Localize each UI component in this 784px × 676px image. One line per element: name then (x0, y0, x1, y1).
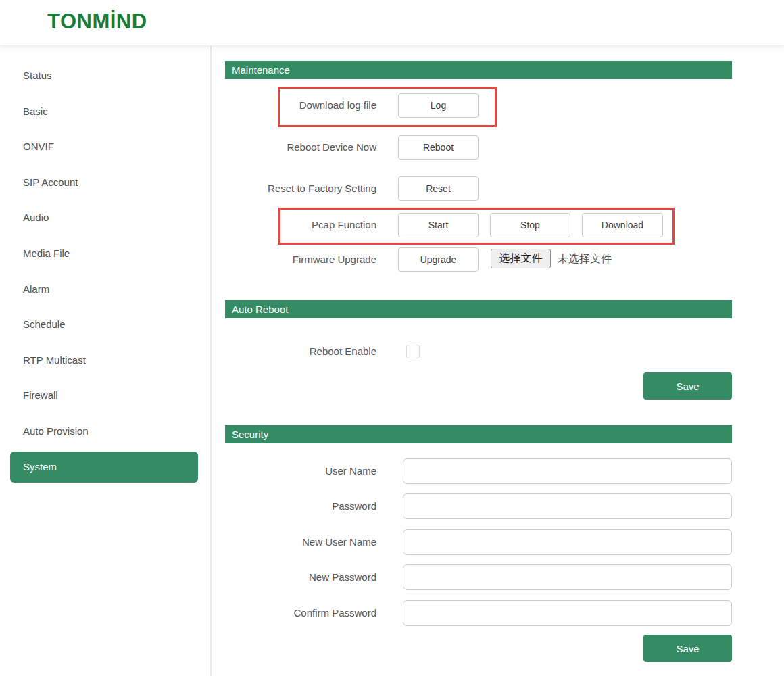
pcap-function-label: Pcap Function (225, 213, 376, 237)
password-input[interactable] (403, 493, 732, 519)
sidebar-item-schedule[interactable]: Schedule (0, 307, 210, 343)
upgrade-button[interactable]: Upgrade (398, 247, 479, 272)
section-header-security: Security (225, 425, 732, 443)
new-password-input[interactable] (403, 564, 732, 590)
pcap-start-button[interactable]: Start (398, 213, 479, 237)
reboot-device-now-label: Reboot Device Now (225, 135, 376, 160)
sidebar-item-audio[interactable]: Audio (0, 200, 210, 236)
sidebar-item-onvif[interactable]: ONVIF (0, 129, 210, 165)
confirm-password-input[interactable] (403, 600, 732, 626)
pcap-download-button[interactable]: Download (582, 213, 663, 237)
firmware-upgrade-label: Firmware Upgrade (225, 247, 376, 272)
pcap-stop-button[interactable]: Stop (490, 213, 570, 237)
auto-reboot-save-button[interactable]: Save (643, 372, 732, 400)
sidebar-item-auto-provision[interactable]: Auto Provision (0, 414, 210, 450)
file-status-text: 未选择文件 (558, 249, 612, 268)
sidebar-item-firewall[interactable]: Firewall (0, 378, 210, 414)
main-content: Maintenance Download log file Log Reboot… (225, 0, 732, 676)
download-log-file-label: Download log file (225, 93, 376, 118)
reboot-enable-checkbox[interactable] (406, 345, 420, 358)
reset-button[interactable]: Reset (398, 176, 479, 201)
sidebar-item-status[interactable]: Status (0, 58, 210, 94)
reboot-button[interactable]: Reboot (398, 135, 479, 160)
sidebar-item-media-file[interactable]: Media File (0, 236, 210, 272)
sidebar-item-sip-account[interactable]: SIP Account (0, 165, 210, 201)
new-user-name-label: New User Name (225, 529, 376, 555)
sidebar-item-alarm[interactable]: Alarm (0, 272, 210, 308)
section-header-maintenance: Maintenance (225, 61, 732, 79)
password-label: Password (225, 493, 376, 519)
sidebar-item-system[interactable]: System (10, 452, 198, 483)
new-user-name-input[interactable] (403, 529, 732, 555)
reset-to-factory-label: Reset to Factory Setting (225, 176, 376, 201)
security-save-button[interactable]: Save (643, 635, 732, 662)
sidebar-item-basic[interactable]: Basic (0, 94, 210, 130)
confirm-password-label: Confirm Password (225, 600, 376, 626)
sidebar-item-rtp-multicast[interactable]: RTP Multicast (0, 343, 210, 379)
log-button[interactable]: Log (398, 93, 479, 118)
brand-logo: TONMİND (47, 9, 147, 34)
section-header-auto-reboot: Auto Reboot (225, 300, 732, 318)
user-name-label: User Name (225, 458, 376, 484)
choose-file-button[interactable]: 选择文件 (491, 249, 551, 268)
sidebar-nav: Status Basic ONVIF SIP Account Audio Med… (0, 46, 212, 676)
new-password-label: New Password (225, 564, 376, 590)
reboot-enable-label: Reboot Enable (225, 339, 376, 364)
user-name-input[interactable] (403, 458, 732, 484)
top-header: TONMİND (0, 0, 784, 46)
